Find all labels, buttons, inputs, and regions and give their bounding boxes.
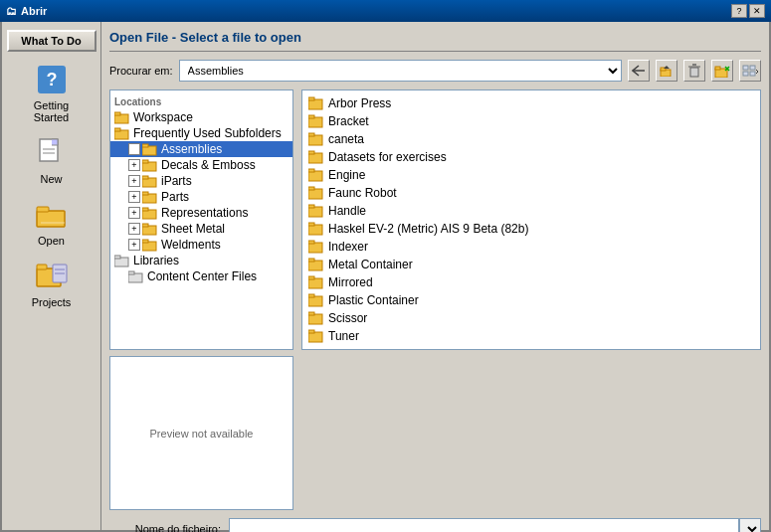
content-row: Locations Workspace Frequently Used S — [109, 89, 761, 350]
tree-item-decals[interactable]: + Decals & Emboss — [110, 157, 292, 173]
new-folder-btn[interactable] — [711, 60, 733, 82]
file-item-bracket[interactable]: Bracket — [302, 112, 760, 130]
locations-label: Locations — [110, 94, 292, 109]
svg-rect-5 — [37, 211, 65, 227]
tree-item-frequently-used[interactable]: Frequently Used Subfolders — [110, 125, 292, 141]
svg-rect-58 — [308, 169, 314, 172]
back-btn[interactable] — [628, 60, 650, 82]
svg-rect-20 — [715, 67, 720, 70]
svg-rect-23 — [743, 66, 748, 70]
tree-item-content-center[interactable]: Content Center Files — [110, 268, 292, 284]
svg-rect-36 — [142, 176, 148, 179]
file-item-indexer[interactable]: Indexer — [302, 238, 760, 256]
svg-rect-76 — [308, 330, 314, 333]
preview-text: Preview not available — [150, 428, 254, 440]
delete-btn[interactable] — [683, 60, 705, 82]
expand-iparts[interactable]: + — [128, 175, 140, 187]
sidebar-item-new[interactable]: New — [9, 131, 94, 189]
app-icon: 🗂 — [6, 5, 17, 17]
assemblies-label: Assemblies — [161, 142, 222, 156]
expand-decals[interactable]: + — [128, 159, 140, 171]
file-item-tuner[interactable]: Tuner — [302, 327, 760, 345]
expand-sheet-metal[interactable]: + — [128, 223, 140, 235]
file-item-handle[interactable]: Handle — [302, 202, 760, 220]
sidebar-item-getting-started[interactable]: ? GettingStarted — [9, 58, 94, 127]
svg-rect-48 — [128, 271, 134, 274]
svg-rect-50 — [308, 97, 314, 100]
file-item-metal-container[interactable]: Metal Container — [302, 256, 760, 273]
file-item-arbor-press[interactable]: Arbor Press — [302, 94, 760, 112]
close-window-btn[interactable]: ✕ — [749, 4, 765, 18]
tree-item-libraries[interactable]: Libraries — [110, 253, 292, 268]
tree-item-representations[interactable]: + Representations — [110, 205, 292, 221]
svg-text:?: ? — [46, 70, 57, 89]
expand-representations[interactable]: + — [128, 207, 140, 219]
svg-rect-60 — [308, 187, 314, 190]
sidebar-item-open[interactable]: Open — [9, 193, 94, 251]
projects-label: Projects — [32, 296, 72, 308]
tree-item-iparts[interactable]: + iParts — [110, 173, 292, 189]
parts-label: Parts — [161, 190, 189, 204]
svg-rect-28 — [114, 112, 120, 115]
new-icon — [34, 135, 70, 171]
svg-rect-40 — [142, 208, 148, 211]
getting-started-label: GettingStarted — [34, 99, 69, 123]
svg-rect-72 — [308, 294, 314, 297]
libraries-label: Libraries — [133, 254, 179, 267]
file-item-datasets[interactable]: Datasets for exercises — [302, 148, 760, 166]
svg-rect-16 — [690, 68, 698, 77]
open-label: Open — [38, 235, 65, 247]
decals-label: Decals & Emboss — [161, 158, 256, 172]
views-btn[interactable] — [739, 60, 761, 82]
up-folder-btn[interactable] — [656, 60, 677, 82]
file-item-haskel[interactable]: Haskel EV-2 (Metric) AIS 9 Beta (82b) — [302, 220, 760, 238]
what-to-do-button[interactable]: What To Do — [7, 30, 96, 52]
svg-rect-6 — [37, 207, 49, 212]
procurar-label: Procurar em: — [109, 65, 173, 77]
svg-rect-66 — [308, 241, 314, 244]
expand-assemblies[interactable]: + — [128, 143, 140, 155]
file-item-faunc-robot[interactable]: Faunc Robot — [302, 184, 760, 202]
tree-item-sheet-metal[interactable]: + Sheet Metal — [110, 221, 292, 237]
tree-item-workspace[interactable]: Workspace — [110, 109, 292, 125]
svg-rect-56 — [308, 151, 314, 154]
file-item-plastic-container[interactable]: Plastic Container — [302, 291, 760, 309]
svg-rect-25 — [743, 72, 748, 76]
tree-item-parts[interactable]: + Parts — [110, 189, 292, 205]
svg-rect-62 — [308, 205, 314, 208]
expand-weldments[interactable]: + — [128, 239, 140, 251]
tree-panel[interactable]: Locations Workspace Frequently Used S — [109, 89, 293, 350]
sidebar-item-projects[interactable]: Projects — [9, 255, 94, 312]
svg-rect-52 — [308, 115, 314, 118]
expand-parts[interactable]: + — [128, 191, 140, 203]
svg-rect-34 — [142, 160, 148, 163]
representations-label: Representations — [161, 206, 248, 220]
new-label: New — [40, 173, 62, 185]
tree-item-weldments[interactable]: + Weldments — [110, 237, 292, 253]
open-icon — [34, 197, 70, 233]
nome-input[interactable] — [229, 518, 739, 532]
svg-rect-26 — [750, 72, 755, 76]
file-item-mirrored[interactable]: Mirrored — [302, 273, 760, 291]
iparts-label: iParts — [161, 174, 192, 188]
window-controls: ? ✕ — [731, 4, 765, 18]
preview-panel: Preview not available — [109, 356, 293, 510]
dialog-container: What To Do ? GettingStarted New — [0, 22, 771, 532]
svg-rect-70 — [308, 276, 314, 279]
svg-rect-42 — [142, 224, 148, 227]
svg-rect-32 — [142, 144, 148, 147]
procurar-select[interactable]: Assemblies — [179, 60, 622, 82]
file-list-panel[interactable]: Arbor Press Bracket caneta — [301, 89, 761, 350]
title-bar: 🗂 Abrir ? ✕ — [0, 0, 771, 22]
svg-rect-9 — [37, 265, 47, 269]
nome-dropdown[interactable] — [739, 518, 761, 532]
file-item-scissor[interactable]: Scissor — [302, 309, 760, 327]
tree-item-assemblies[interactable]: + Assemblies — [110, 141, 292, 157]
frequently-used-label: Frequently Used Subfolders — [133, 126, 282, 140]
file-item-caneta[interactable]: caneta — [302, 130, 760, 148]
svg-rect-38 — [142, 192, 148, 195]
help-window-btn[interactable]: ? — [731, 4, 747, 18]
nome-label: Nome do ficheiro: — [109, 523, 229, 532]
weldments-label: Weldments — [161, 238, 221, 252]
file-item-engine[interactable]: Engine — [302, 166, 760, 184]
